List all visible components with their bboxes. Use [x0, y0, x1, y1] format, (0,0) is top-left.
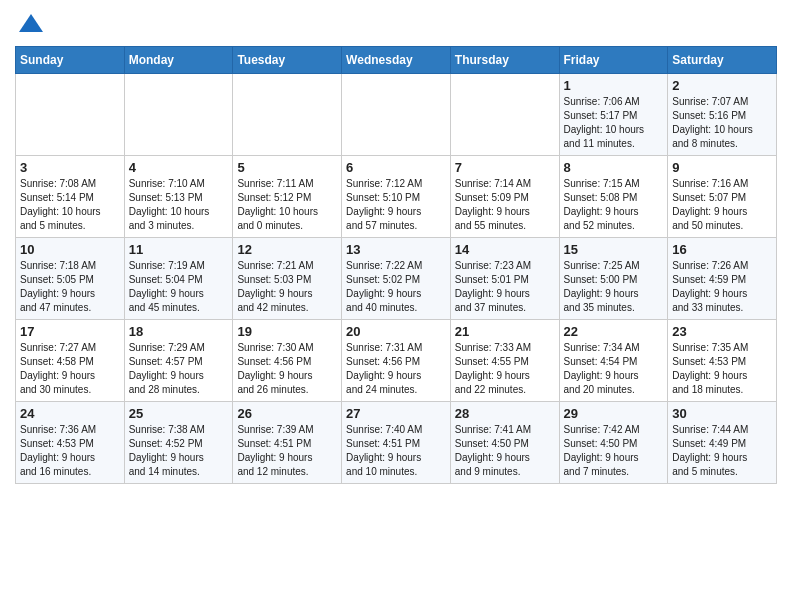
calendar-cell: 22Sunrise: 7:34 AM Sunset: 4:54 PM Dayli… — [559, 320, 668, 402]
calendar-week-row: 24Sunrise: 7:36 AM Sunset: 4:53 PM Dayli… — [16, 402, 777, 484]
calendar-week-row: 1Sunrise: 7:06 AM Sunset: 5:17 PM Daylig… — [16, 74, 777, 156]
day-number: 15 — [564, 242, 664, 257]
weekday-header-thursday: Thursday — [450, 47, 559, 74]
calendar-header: SundayMondayTuesdayWednesdayThursdayFrid… — [16, 47, 777, 74]
day-number: 14 — [455, 242, 555, 257]
day-number: 13 — [346, 242, 446, 257]
day-number: 16 — [672, 242, 772, 257]
header — [15, 10, 777, 38]
calendar-cell: 24Sunrise: 7:36 AM Sunset: 4:53 PM Dayli… — [16, 402, 125, 484]
day-info: Sunrise: 7:29 AM Sunset: 4:57 PM Dayligh… — [129, 341, 229, 397]
day-number: 1 — [564, 78, 664, 93]
day-number: 11 — [129, 242, 229, 257]
day-number: 17 — [20, 324, 120, 339]
weekday-header-sunday: Sunday — [16, 47, 125, 74]
day-number: 29 — [564, 406, 664, 421]
weekday-header-monday: Monday — [124, 47, 233, 74]
calendar-cell: 27Sunrise: 7:40 AM Sunset: 4:51 PM Dayli… — [342, 402, 451, 484]
day-number: 7 — [455, 160, 555, 175]
calendar-cell: 30Sunrise: 7:44 AM Sunset: 4:49 PM Dayli… — [668, 402, 777, 484]
day-info: Sunrise: 7:42 AM Sunset: 4:50 PM Dayligh… — [564, 423, 664, 479]
calendar-body: 1Sunrise: 7:06 AM Sunset: 5:17 PM Daylig… — [16, 74, 777, 484]
weekday-header-tuesday: Tuesday — [233, 47, 342, 74]
day-info: Sunrise: 7:38 AM Sunset: 4:52 PM Dayligh… — [129, 423, 229, 479]
day-info: Sunrise: 7:15 AM Sunset: 5:08 PM Dayligh… — [564, 177, 664, 233]
logo — [15, 10, 45, 38]
day-number: 22 — [564, 324, 664, 339]
day-info: Sunrise: 7:44 AM Sunset: 4:49 PM Dayligh… — [672, 423, 772, 479]
day-info: Sunrise: 7:07 AM Sunset: 5:16 PM Dayligh… — [672, 95, 772, 151]
calendar-cell: 8Sunrise: 7:15 AM Sunset: 5:08 PM Daylig… — [559, 156, 668, 238]
day-number: 5 — [237, 160, 337, 175]
day-number: 9 — [672, 160, 772, 175]
calendar-week-row: 17Sunrise: 7:27 AM Sunset: 4:58 PM Dayli… — [16, 320, 777, 402]
day-number: 8 — [564, 160, 664, 175]
day-info: Sunrise: 7:36 AM Sunset: 4:53 PM Dayligh… — [20, 423, 120, 479]
day-number: 12 — [237, 242, 337, 257]
weekday-header-wednesday: Wednesday — [342, 47, 451, 74]
calendar-cell: 1Sunrise: 7:06 AM Sunset: 5:17 PM Daylig… — [559, 74, 668, 156]
calendar-cell: 23Sunrise: 7:35 AM Sunset: 4:53 PM Dayli… — [668, 320, 777, 402]
day-info: Sunrise: 7:21 AM Sunset: 5:03 PM Dayligh… — [237, 259, 337, 315]
calendar-cell: 5Sunrise: 7:11 AM Sunset: 5:12 PM Daylig… — [233, 156, 342, 238]
calendar-cell: 29Sunrise: 7:42 AM Sunset: 4:50 PM Dayli… — [559, 402, 668, 484]
calendar-cell: 3Sunrise: 7:08 AM Sunset: 5:14 PM Daylig… — [16, 156, 125, 238]
day-info: Sunrise: 7:18 AM Sunset: 5:05 PM Dayligh… — [20, 259, 120, 315]
calendar-cell: 9Sunrise: 7:16 AM Sunset: 5:07 PM Daylig… — [668, 156, 777, 238]
calendar-cell: 4Sunrise: 7:10 AM Sunset: 5:13 PM Daylig… — [124, 156, 233, 238]
weekday-header-row: SundayMondayTuesdayWednesdayThursdayFrid… — [16, 47, 777, 74]
logo-icon — [17, 10, 45, 38]
calendar-cell: 21Sunrise: 7:33 AM Sunset: 4:55 PM Dayli… — [450, 320, 559, 402]
day-number: 30 — [672, 406, 772, 421]
day-number: 2 — [672, 78, 772, 93]
day-number: 27 — [346, 406, 446, 421]
day-info: Sunrise: 7:39 AM Sunset: 4:51 PM Dayligh… — [237, 423, 337, 479]
day-info: Sunrise: 7:27 AM Sunset: 4:58 PM Dayligh… — [20, 341, 120, 397]
calendar-cell: 20Sunrise: 7:31 AM Sunset: 4:56 PM Dayli… — [342, 320, 451, 402]
day-number: 18 — [129, 324, 229, 339]
page: SundayMondayTuesdayWednesdayThursdayFrid… — [0, 0, 792, 499]
day-info: Sunrise: 7:22 AM Sunset: 5:02 PM Dayligh… — [346, 259, 446, 315]
calendar-week-row: 3Sunrise: 7:08 AM Sunset: 5:14 PM Daylig… — [16, 156, 777, 238]
day-info: Sunrise: 7:41 AM Sunset: 4:50 PM Dayligh… — [455, 423, 555, 479]
day-info: Sunrise: 7:33 AM Sunset: 4:55 PM Dayligh… — [455, 341, 555, 397]
day-number: 21 — [455, 324, 555, 339]
weekday-header-saturday: Saturday — [668, 47, 777, 74]
svg-marker-0 — [19, 14, 43, 32]
calendar-cell: 14Sunrise: 7:23 AM Sunset: 5:01 PM Dayli… — [450, 238, 559, 320]
calendar-cell: 16Sunrise: 7:26 AM Sunset: 4:59 PM Dayli… — [668, 238, 777, 320]
day-info: Sunrise: 7:16 AM Sunset: 5:07 PM Dayligh… — [672, 177, 772, 233]
calendar-cell: 17Sunrise: 7:27 AM Sunset: 4:58 PM Dayli… — [16, 320, 125, 402]
calendar-cell: 2Sunrise: 7:07 AM Sunset: 5:16 PM Daylig… — [668, 74, 777, 156]
calendar-cell — [233, 74, 342, 156]
day-info: Sunrise: 7:23 AM Sunset: 5:01 PM Dayligh… — [455, 259, 555, 315]
day-info: Sunrise: 7:08 AM Sunset: 5:14 PM Dayligh… — [20, 177, 120, 233]
calendar-cell: 6Sunrise: 7:12 AM Sunset: 5:10 PM Daylig… — [342, 156, 451, 238]
day-number: 25 — [129, 406, 229, 421]
day-number: 24 — [20, 406, 120, 421]
day-number: 23 — [672, 324, 772, 339]
calendar-cell: 12Sunrise: 7:21 AM Sunset: 5:03 PM Dayli… — [233, 238, 342, 320]
day-info: Sunrise: 7:14 AM Sunset: 5:09 PM Dayligh… — [455, 177, 555, 233]
day-info: Sunrise: 7:06 AM Sunset: 5:17 PM Dayligh… — [564, 95, 664, 151]
calendar-cell — [124, 74, 233, 156]
day-number: 19 — [237, 324, 337, 339]
calendar-cell — [450, 74, 559, 156]
weekday-header-friday: Friday — [559, 47, 668, 74]
day-number: 10 — [20, 242, 120, 257]
day-info: Sunrise: 7:34 AM Sunset: 4:54 PM Dayligh… — [564, 341, 664, 397]
calendar-cell: 11Sunrise: 7:19 AM Sunset: 5:04 PM Dayli… — [124, 238, 233, 320]
calendar-cell: 13Sunrise: 7:22 AM Sunset: 5:02 PM Dayli… — [342, 238, 451, 320]
calendar-cell: 10Sunrise: 7:18 AM Sunset: 5:05 PM Dayli… — [16, 238, 125, 320]
calendar-table: SundayMondayTuesdayWednesdayThursdayFrid… — [15, 46, 777, 484]
day-info: Sunrise: 7:31 AM Sunset: 4:56 PM Dayligh… — [346, 341, 446, 397]
calendar-cell: 18Sunrise: 7:29 AM Sunset: 4:57 PM Dayli… — [124, 320, 233, 402]
day-number: 6 — [346, 160, 446, 175]
day-info: Sunrise: 7:25 AM Sunset: 5:00 PM Dayligh… — [564, 259, 664, 315]
day-info: Sunrise: 7:11 AM Sunset: 5:12 PM Dayligh… — [237, 177, 337, 233]
day-number: 4 — [129, 160, 229, 175]
calendar-cell: 7Sunrise: 7:14 AM Sunset: 5:09 PM Daylig… — [450, 156, 559, 238]
day-info: Sunrise: 7:26 AM Sunset: 4:59 PM Dayligh… — [672, 259, 772, 315]
calendar-cell — [16, 74, 125, 156]
calendar-cell — [342, 74, 451, 156]
